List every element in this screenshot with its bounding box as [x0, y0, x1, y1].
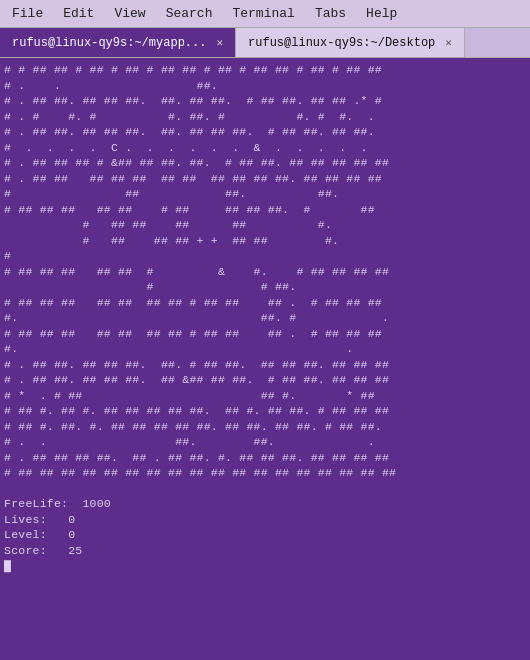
terminal-content[interactable]: # # ## ## # ## # ## # ## ## # ## # ## ##… [0, 58, 530, 660]
menu-tabs[interactable]: Tabs [307, 3, 354, 24]
menu-view[interactable]: View [106, 3, 153, 24]
tab-myapp-close[interactable]: ✕ [216, 36, 223, 49]
menu-file[interactable]: File [4, 3, 51, 24]
tab-myapp[interactable]: rufus@linux-qy9s:~/myapp... ✕ [0, 28, 236, 57]
tab-desktop-close[interactable]: ✕ [445, 36, 452, 49]
tab-desktop-label: rufus@linux-qy9s:~/Desktop [248, 36, 435, 50]
menu-search[interactable]: Search [158, 3, 221, 24]
menubar: File Edit View Search Terminal Tabs Help [0, 0, 530, 28]
tab-desktop[interactable]: rufus@linux-qy9s:~/Desktop ✕ [236, 28, 465, 57]
menu-help[interactable]: Help [358, 3, 405, 24]
tabbar: rufus@linux-qy9s:~/myapp... ✕ rufus@linu… [0, 28, 530, 58]
menu-terminal[interactable]: Terminal [224, 3, 302, 24]
tab-myapp-label: rufus@linux-qy9s:~/myapp... [12, 36, 206, 50]
menu-edit[interactable]: Edit [55, 3, 102, 24]
